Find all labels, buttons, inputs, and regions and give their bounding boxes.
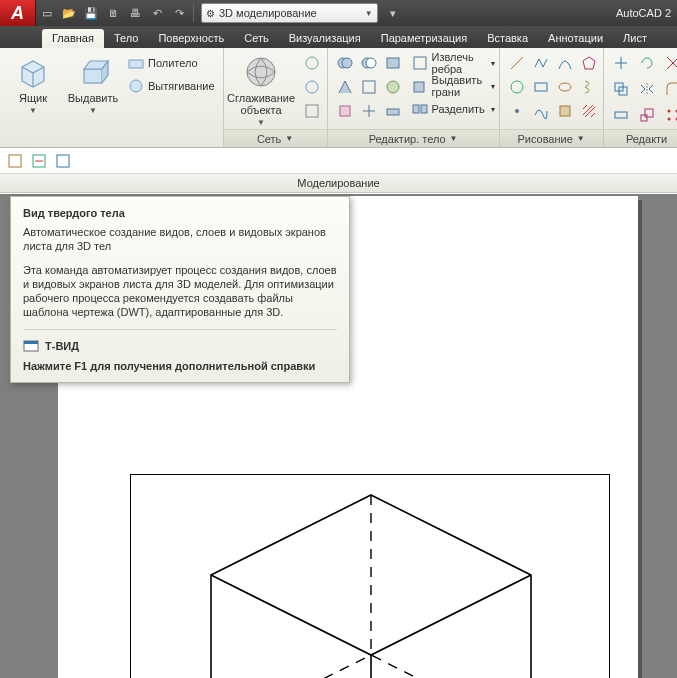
mesh-tool-3[interactable] [301, 100, 323, 122]
panel-mesh: Сглаживаниеобъекта ▼ Сеть▼ [224, 48, 328, 147]
svg-point-5 [306, 81, 318, 93]
sub-toolbar: ⊣ Моделирование [0, 148, 677, 174]
trim-icon[interactable] [662, 52, 677, 74]
tooltip-title: Вид твердого тела [23, 207, 337, 219]
box-button[interactable]: Ящик ▼ [6, 52, 60, 115]
tab-surface[interactable]: Поверхность [148, 29, 234, 48]
qat-open-icon[interactable]: 📂 [59, 3, 79, 23]
subtool-3[interactable] [52, 150, 74, 172]
point-icon[interactable] [506, 100, 528, 122]
svg-point-30 [667, 110, 670, 113]
tab-layout[interactable]: Лист [613, 29, 657, 48]
qat-save-icon[interactable]: 💾 [81, 3, 101, 23]
panel-title-mesh[interactable]: Сеть▼ [224, 129, 327, 147]
circle-icon[interactable] [506, 76, 528, 98]
subtract-icon[interactable] [358, 52, 380, 74]
panel-title-draw[interactable]: Рисование▼ [500, 129, 603, 147]
svg-point-32 [667, 118, 670, 121]
svg-point-8 [342, 58, 352, 68]
subpanel-title[interactable]: Моделирование [0, 173, 677, 193]
svg-rect-11 [387, 58, 399, 68]
qat-saveas-icon[interactable]: 🗎 [103, 3, 123, 23]
svg-point-2 [130, 80, 142, 92]
rotate-icon[interactable] [636, 52, 658, 74]
spline-icon[interactable] [530, 100, 552, 122]
svg-rect-21 [535, 83, 547, 91]
se8-icon[interactable] [358, 100, 380, 122]
extrude-button[interactable]: Выдавить ▼ [66, 52, 120, 115]
union-icon[interactable] [334, 52, 356, 74]
line-icon[interactable] [506, 52, 528, 74]
svg-point-10 [366, 58, 376, 68]
polysolid-label: Политело [148, 57, 198, 69]
se4-icon[interactable] [334, 76, 356, 98]
qat-customize-icon[interactable]: ▾ [383, 3, 403, 23]
tooltip-description: Эта команда автоматизирует процесс созда… [23, 263, 337, 319]
qat-redo-icon[interactable]: ↷ [169, 3, 189, 23]
tab-solid[interactable]: Тело [104, 29, 149, 48]
mirror-icon[interactable] [636, 78, 658, 100]
app-menu-button[interactable]: A [0, 0, 36, 26]
rect-icon[interactable] [530, 76, 552, 98]
se7-icon[interactable] [334, 100, 356, 122]
extrude-faces-icon [412, 78, 428, 94]
extract-edges-button[interactable]: Извлечь ребра▾ [410, 52, 497, 74]
panel-title-modify[interactable]: Редакти [604, 129, 677, 147]
smooth-object-button[interactable]: Сглаживаниеобъекта ▼ [227, 52, 295, 127]
array-icon[interactable] [662, 104, 677, 126]
panel-draw: Рисование▼ [500, 48, 604, 147]
fillet-icon[interactable] [662, 78, 677, 100]
separate-button[interactable]: Разделить▾ [410, 98, 497, 120]
scale-icon[interactable] [636, 104, 658, 126]
tooltip-command: Т-ВИД [23, 329, 337, 354]
svg-rect-36 [57, 155, 69, 167]
qat-new-icon[interactable]: ▭ [37, 3, 57, 23]
qat-undo-icon[interactable]: ↶ [147, 3, 167, 23]
subtool-1[interactable] [4, 150, 26, 172]
svg-point-20 [511, 81, 523, 93]
presspull-icon [128, 78, 144, 94]
se9-icon[interactable] [382, 100, 404, 122]
svg-rect-27 [615, 112, 627, 118]
stretch-icon[interactable] [610, 104, 632, 126]
extrude-icon [75, 54, 111, 90]
region-icon[interactable] [554, 100, 576, 122]
chevron-down-icon: ▼ [89, 106, 97, 115]
extended-tooltip: Вид твердого тела Автоматическое создани… [10, 196, 350, 383]
mesh-tool-2[interactable] [301, 76, 323, 98]
viewport-frame [130, 474, 610, 678]
ellipse-icon[interactable] [554, 76, 576, 98]
helix-icon[interactable] [578, 76, 600, 98]
qat-print-icon[interactable]: 🖶 [125, 3, 145, 23]
se6-icon[interactable] [382, 76, 404, 98]
panel-title-solidedit[interactable]: Редактир. тело▼ [328, 129, 499, 147]
arc-icon[interactable] [554, 52, 576, 74]
hatch-icon[interactable] [578, 100, 600, 122]
svg-rect-34 [9, 155, 21, 167]
tab-visualize[interactable]: Визуализация [279, 29, 371, 48]
extrude-label: Выдавить [68, 92, 119, 104]
svg-rect-16 [414, 57, 426, 69]
svg-point-4 [306, 57, 318, 69]
workspace-dropdown[interactable]: ⚙ 3D моделирование ▼ [201, 3, 378, 23]
subtool-2[interactable] [28, 150, 50, 172]
svg-rect-15 [387, 109, 399, 115]
panel-modify: Редакти [604, 48, 677, 147]
extrude-faces-button[interactable]: Выдавить грани▾ [410, 75, 497, 97]
move-icon[interactable] [610, 52, 632, 74]
pline-icon[interactable] [530, 52, 552, 74]
tab-mesh[interactable]: Сеть [234, 29, 278, 48]
mesh-tool-1[interactable] [301, 52, 323, 74]
app-title: AutoCAD 2 [616, 7, 671, 19]
presspull-button[interactable]: Вытягивание [126, 75, 217, 97]
tab-insert[interactable]: Вставка [477, 29, 538, 48]
se5-icon[interactable] [358, 76, 380, 98]
polysolid-button[interactable]: Политело [126, 52, 217, 74]
copy-icon[interactable] [610, 78, 632, 100]
tab-home[interactable]: Главная [42, 29, 104, 48]
svg-rect-6 [306, 105, 318, 117]
tab-annotate[interactable]: Аннотации [538, 29, 613, 48]
polygon-icon[interactable] [578, 52, 600, 74]
tab-parametric[interactable]: Параметризация [371, 29, 477, 48]
intersect-icon[interactable] [382, 52, 404, 74]
